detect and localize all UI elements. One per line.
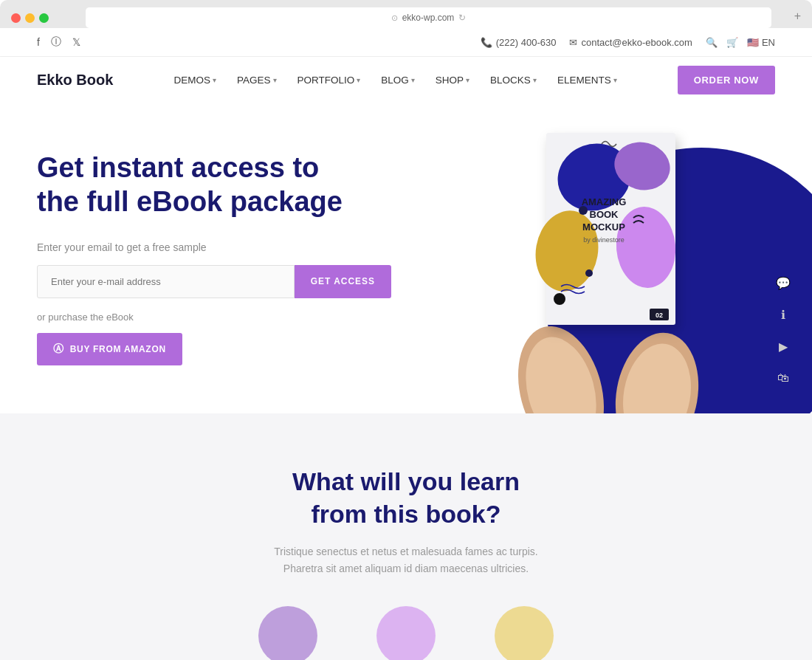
- email-address: contact@ekko-ebook.com: [581, 37, 692, 48]
- chat-icon[interactable]: 💬: [773, 272, 794, 293]
- browser-chrome: ⊙ ekko-wp.com ↻ +: [0, 0, 812, 28]
- lock-icon: ⊙: [391, 13, 398, 23]
- section2-title: What will you learn from this book?: [37, 465, 775, 530]
- email-item: ✉ contact@ekko-ebook.com: [569, 37, 692, 48]
- nav-blog[interactable]: BLOG ▾: [381, 75, 415, 86]
- chevron-down-icon: ▾: [213, 76, 216, 84]
- amazon-button[interactable]: ⓐ BUY FROM AMAZON: [37, 333, 182, 365]
- svg-text:02: 02: [656, 312, 663, 319]
- twitter-icon[interactable]: 𝕏: [72, 36, 80, 48]
- hero-subtitle: Enter your email to get a free sample: [37, 241, 391, 253]
- instagram-icon[interactable]: Ⓘ: [51, 35, 61, 49]
- info-icon[interactable]: ℹ: [773, 304, 794, 325]
- top-bar: f Ⓘ 𝕏 📞 (222) 400-630 ✉ contact@ekko-ebo…: [0, 28, 812, 57]
- chevron-down-icon: ▾: [273, 76, 277, 84]
- nav-pages[interactable]: PAGES ▾: [237, 75, 277, 86]
- cart-icon[interactable]: 🛒: [726, 37, 738, 48]
- order-now-button[interactable]: ORDER NOW: [678, 66, 775, 94]
- hero-title: Get instant access to the full eBook pac…: [37, 151, 391, 219]
- chevron-down-icon: ▾: [533, 76, 537, 84]
- dot-green: [39, 13, 49, 23]
- circle-1: [258, 606, 317, 660]
- phone-icon: 📞: [481, 37, 492, 48]
- side-icons: 💬 ℹ ▶ 🛍: [773, 272, 794, 388]
- circle-2: [376, 606, 436, 660]
- chevron-down-icon: ▾: [357, 76, 360, 84]
- top-bar-actions: 🔍 🛒 🇺🇸 EN: [706, 37, 775, 48]
- flag-icon: 🇺🇸: [747, 37, 759, 48]
- chevron-down-icon: ▾: [466, 76, 469, 84]
- browser-url: ekko-wp.com: [402, 13, 455, 23]
- nav-portfolio[interactable]: PORTFOLIO ▾: [297, 75, 361, 86]
- bag-icon[interactable]: 🛍: [773, 368, 794, 388]
- hero-section: Get instant access to the full eBook pac…: [0, 103, 812, 413]
- nav-demos[interactable]: DEMOS ▾: [174, 75, 217, 86]
- email-input[interactable]: [37, 265, 295, 298]
- email-icon: ✉: [569, 37, 577, 48]
- chevron-down-icon: ▾: [613, 76, 617, 84]
- svg-point-10: [585, 269, 593, 277]
- social-icons: f Ⓘ 𝕏: [37, 35, 80, 49]
- site-logo[interactable]: Ekko Book: [37, 72, 113, 89]
- nav-shop[interactable]: SHOP ▾: [436, 75, 469, 86]
- section2-subtitle: Tristique senectus et netus et malesuada…: [266, 543, 546, 577]
- svg-text:BOOK: BOOK: [590, 209, 619, 220]
- hero-illustration: AMAZING BOOK MOCKUP by divinestore 02: [406, 103, 812, 413]
- browser-address-bar[interactable]: ⊙ ekko-wp.com ↻: [86, 7, 771, 28]
- search-icon[interactable]: 🔍: [706, 37, 718, 48]
- dot-yellow: [25, 13, 35, 23]
- email-form: GET ACCESS: [37, 265, 391, 298]
- circle-3: [495, 606, 554, 660]
- dot-red: [11, 13, 21, 23]
- amazon-icon: ⓐ: [53, 343, 64, 356]
- or-text: or purchase the eBook: [37, 312, 391, 323]
- bottom-circles: [37, 606, 775, 660]
- svg-text:MOCKUP: MOCKUP: [582, 221, 625, 233]
- language-label: EN: [762, 37, 775, 48]
- top-bar-right: 📞 (222) 400-630 ✉ contact@ekko-ebook.com…: [481, 37, 775, 48]
- phone-item: 📞 (222) 400-630: [481, 37, 557, 48]
- nav-elements[interactable]: ELEMENTS ▾: [557, 75, 617, 86]
- facebook-icon[interactable]: f: [37, 36, 40, 48]
- section2: What will you learn from this book? Tris…: [0, 413, 812, 660]
- hero-content: Get instant access to the full eBook pac…: [37, 151, 391, 409]
- refresh-icon[interactable]: ↻: [458, 13, 466, 23]
- svg-text:AMAZING: AMAZING: [582, 196, 627, 207]
- browser-dots: [11, 13, 49, 23]
- language-selector[interactable]: 🇺🇸 EN: [747, 37, 775, 48]
- svg-text:by divinestore: by divinestore: [583, 236, 625, 244]
- new-tab-button[interactable]: +: [794, 10, 801, 23]
- hero-image-area: AMAZING BOOK MOCKUP by divinestore 02: [406, 103, 812, 413]
- svg-point-11: [554, 293, 565, 305]
- get-access-button[interactable]: GET ACCESS: [295, 265, 391, 298]
- video-icon[interactable]: ▶: [773, 336, 794, 357]
- phone-number: (222) 400-630: [496, 37, 557, 48]
- navbar: Ekko Book DEMOS ▾ PAGES ▾ PORTFOLIO ▾ BL…: [0, 57, 812, 103]
- nav-links: DEMOS ▾ PAGES ▾ PORTFOLIO ▾ BLOG ▾ SHOP …: [174, 75, 617, 86]
- nav-blocks[interactable]: BLOCKS ▾: [490, 75, 537, 86]
- chevron-down-icon: ▾: [411, 76, 415, 84]
